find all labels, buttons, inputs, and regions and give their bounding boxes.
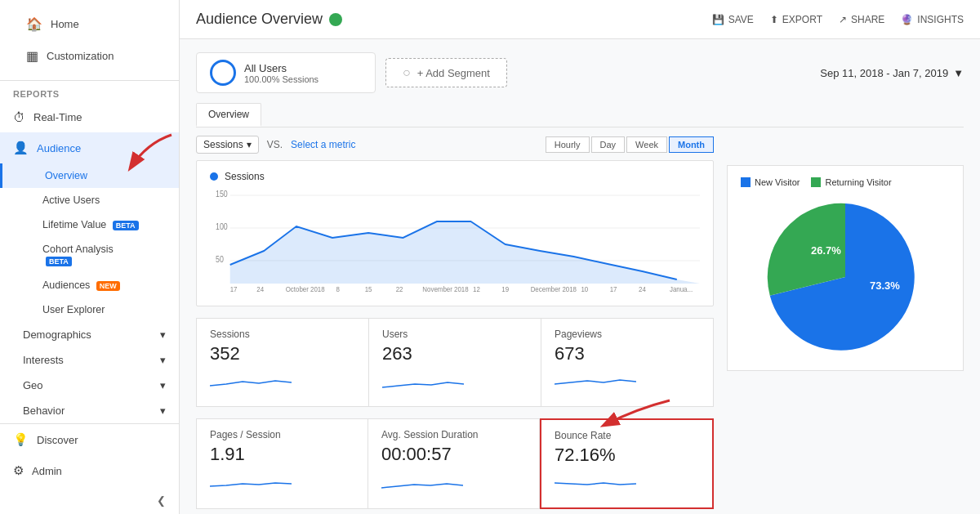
- export-label: EXPORT: [782, 14, 822, 25]
- right-col: New Visitor Returning Visitor: [727, 136, 964, 514]
- export-button[interactable]: ⬆ EXPORT: [770, 14, 822, 25]
- new-badge: NEW: [96, 281, 120, 291]
- stats-row-1: Sessions 352 Users 263 Pag: [196, 318, 714, 407]
- audiences-label: Audiences: [42, 279, 90, 291]
- add-segment-button[interactable]: ○ + Add Segment: [385, 58, 507, 87]
- sidebar-sub-audiences[interactable]: Audiences NEW: [0, 273, 179, 297]
- hourly-button[interactable]: Hourly: [546, 136, 590, 153]
- share-button[interactable]: ↗ SHARE: [839, 14, 884, 25]
- pageviews-sparkline: [555, 369, 636, 394]
- cohort-beta-badge: BETA: [46, 257, 72, 266]
- home-icon: 🏠: [26, 16, 42, 32]
- pps-sparkline: [210, 470, 292, 494]
- content-area: All Users 100.00% Sessions ○ + Add Segme…: [180, 39, 980, 514]
- svg-text:12: 12: [473, 285, 480, 293]
- tab-overview[interactable]: Overview: [196, 103, 261, 127]
- share-icon: ↗: [839, 14, 847, 25]
- sidebar-item-audience[interactable]: 👤 Audience: [0, 132, 179, 163]
- day-button[interactable]: Day: [591, 136, 626, 153]
- pageviews-value: 673: [555, 343, 700, 364]
- svg-text:October 2018: October 2018: [286, 285, 325, 293]
- sidebar-item-realtime[interactable]: ⏱ Real-Time: [0, 102, 179, 132]
- sidebar-item-customization[interactable]: ▦ Customization: [13, 40, 166, 72]
- asd-sparkline: [381, 470, 463, 494]
- sidebar-item-discover[interactable]: 💡 Discover: [0, 424, 179, 455]
- sidebar-sub-user-explorer[interactable]: User Explorer: [0, 297, 179, 322]
- save-button[interactable]: 💾 SAVE: [712, 14, 754, 25]
- pages-per-session-label: Pages / Session: [210, 429, 354, 440]
- sidebar-item-home[interactable]: 🏠 Home: [13, 8, 166, 40]
- pie-legend: New Visitor Returning Visitor: [741, 177, 950, 187]
- chevron-down-icon-geo: ▾: [160, 379, 166, 391]
- week-button[interactable]: Week: [626, 136, 667, 153]
- avg-session-value: 00:00:57: [381, 444, 526, 465]
- sessions-value: 352: [210, 343, 355, 364]
- svg-marker-6: [230, 221, 700, 284]
- collapse-sidebar-button[interactable]: ❮: [0, 486, 179, 514]
- segment-circle: [210, 60, 236, 86]
- save-icon: 💾: [712, 14, 724, 25]
- bounce-sparkline: [555, 471, 636, 495]
- admin-label: Admin: [32, 465, 62, 477]
- pageviews-stat: Pageviews 673: [541, 318, 714, 407]
- green-percent-label: 26.7%: [811, 244, 841, 257]
- svg-text:November 2018: November 2018: [422, 285, 469, 293]
- sidebar-home-label: Home: [51, 18, 79, 30]
- date-range-picker[interactable]: Sep 11, 2018 - Jan 7, 2019 ▼: [820, 67, 964, 79]
- date-range-value: Sep 11, 2018 - Jan 7, 2019: [820, 67, 948, 79]
- all-users-segment[interactable]: All Users 100.00% Sessions: [196, 52, 376, 93]
- sidebar-sub-active-users[interactable]: Active Users: [0, 188, 179, 212]
- bounce-rate-label: Bounce Rate: [555, 430, 699, 441]
- main-grid: Sessions ▾ VS. Select a metric Hourly Da…: [196, 136, 964, 514]
- new-visitor-label: New Visitor: [755, 177, 800, 187]
- chevron-left-icon: ❮: [157, 494, 166, 507]
- overview-label: Overview: [45, 170, 87, 181]
- pages-per-session-stat: Pages / Session 1.91: [196, 418, 368, 509]
- sidebar-item-demographics[interactable]: Demographics ▾: [0, 322, 179, 347]
- add-segment-label: + Add Segment: [417, 67, 490, 79]
- gear-icon: ⚙: [13, 463, 24, 478]
- tabs-bar: Overview: [196, 103, 964, 127]
- sidebar-item-behavior[interactable]: Behavior ▾: [0, 398, 179, 423]
- new-visitor-legend: New Visitor: [741, 177, 800, 187]
- chevron-down-icon-behavior: ▾: [160, 404, 166, 417]
- grid-icon: ▦: [26, 48, 38, 64]
- insights-button[interactable]: 🔮 INSIGHTS: [901, 14, 964, 25]
- vs-text: VS.: [267, 139, 283, 150]
- pie-chart-container: New Visitor Returning Visitor: [727, 165, 964, 371]
- share-label: SHARE: [851, 14, 884, 25]
- month-button[interactable]: Month: [669, 136, 714, 153]
- all-users-sessions: 100.00% Sessions: [244, 74, 318, 84]
- geo-label: Geo: [23, 379, 43, 391]
- add-icon: ○: [403, 65, 411, 80]
- users-value: 263: [382, 343, 528, 364]
- sidebar-item-admin[interactable]: ⚙ Admin: [0, 455, 179, 486]
- save-label: SAVE: [728, 14, 754, 25]
- sidebar-item-interests[interactable]: Interests ▾: [0, 347, 179, 373]
- time-buttons: Hourly Day Week Month: [546, 136, 714, 153]
- sidebar-sub-overview[interactable]: Overview: [0, 163, 179, 188]
- metric-select[interactable]: Sessions ▾: [196, 136, 259, 154]
- user-explorer-label: User Explorer: [42, 304, 105, 315]
- select-metric-link[interactable]: Select a metric: [291, 139, 355, 150]
- sessions-sparkline: [210, 369, 292, 394]
- chart-controls: Sessions ▾ VS. Select a metric Hourly Da…: [196, 136, 714, 154]
- sessions-legend-dot: [210, 172, 218, 181]
- status-dot: [329, 13, 342, 26]
- pageviews-label: Pageviews: [555, 329, 700, 340]
- beta-badge: BETA: [113, 221, 139, 230]
- lightbulb-icon: 💡: [13, 432, 29, 447]
- sidebar-bottom: 💡 Discover ⚙ Admin ❮: [0, 423, 179, 514]
- svg-text:50: 50: [216, 254, 224, 264]
- metric-select-value: Sessions: [203, 139, 243, 150]
- chart-legend-label: Sessions: [225, 171, 265, 182]
- all-users-label: All Users: [244, 62, 318, 74]
- sidebar-sub-lifetime-value[interactable]: Lifetime Value BETA: [0, 212, 179, 237]
- avg-session-duration-stat: Avg. Session Duration 00:00:57: [368, 418, 540, 509]
- tab-overview-label: Overview: [208, 109, 249, 120]
- clock-icon: ⏱: [13, 110, 25, 124]
- sessions-stat: Sessions 352: [196, 318, 369, 407]
- sidebar-item-geo[interactable]: Geo ▾: [0, 373, 179, 398]
- sidebar-sub-cohort[interactable]: Cohort Analysis BETA: [0, 237, 179, 273]
- interests-label: Interests: [23, 354, 64, 366]
